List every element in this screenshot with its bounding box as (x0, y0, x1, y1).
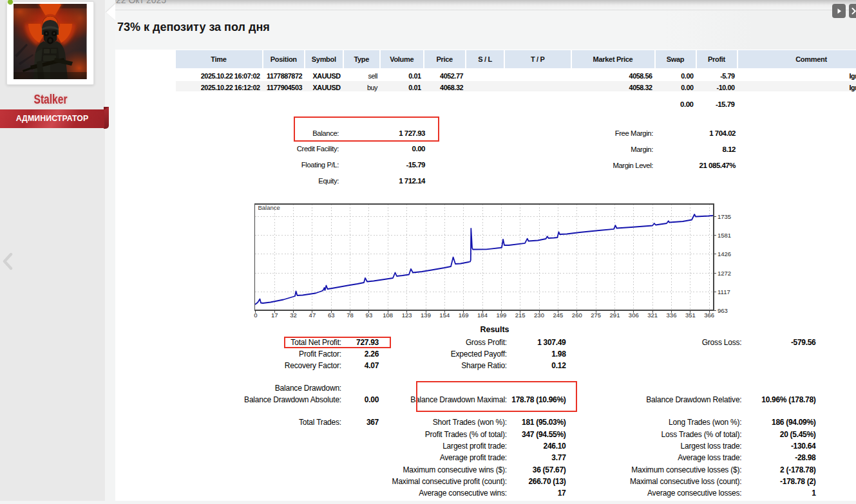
svg-text:32: 32 (290, 312, 297, 319)
svg-text:Balance: Balance (258, 204, 280, 211)
svg-text:306: 306 (629, 312, 639, 319)
svg-text:108: 108 (383, 312, 393, 319)
svg-text:154: 154 (439, 312, 450, 319)
svg-text:1581: 1581 (718, 232, 731, 239)
svg-text:1272: 1272 (718, 270, 731, 277)
svg-text:123: 123 (402, 312, 412, 319)
svg-text:78: 78 (347, 312, 354, 319)
svg-text:0: 0 (254, 312, 257, 319)
svg-text:17: 17 (271, 312, 278, 319)
svg-text:245: 245 (553, 312, 563, 319)
svg-text:351: 351 (685, 312, 696, 319)
svg-text:215: 215 (515, 312, 526, 319)
svg-text:366: 366 (704, 312, 714, 319)
svg-text:291: 291 (610, 312, 620, 319)
svg-text:1117: 1117 (718, 288, 730, 295)
svg-text:47: 47 (309, 312, 316, 319)
svg-text:275: 275 (591, 312, 601, 319)
svg-text:260: 260 (572, 312, 582, 319)
svg-text:230: 230 (534, 312, 544, 319)
svg-text:184: 184 (477, 312, 488, 319)
svg-text:93: 93 (366, 312, 373, 319)
svg-text:169: 169 (459, 312, 469, 319)
svg-text:199: 199 (496, 312, 506, 319)
svg-text:963: 963 (718, 307, 728, 314)
svg-text:139: 139 (421, 312, 431, 319)
svg-text:336: 336 (667, 312, 677, 319)
svg-text:1735: 1735 (718, 213, 731, 220)
svg-text:1426: 1426 (718, 250, 731, 257)
svg-text:321: 321 (647, 312, 658, 319)
svg-text:63: 63 (328, 312, 335, 319)
